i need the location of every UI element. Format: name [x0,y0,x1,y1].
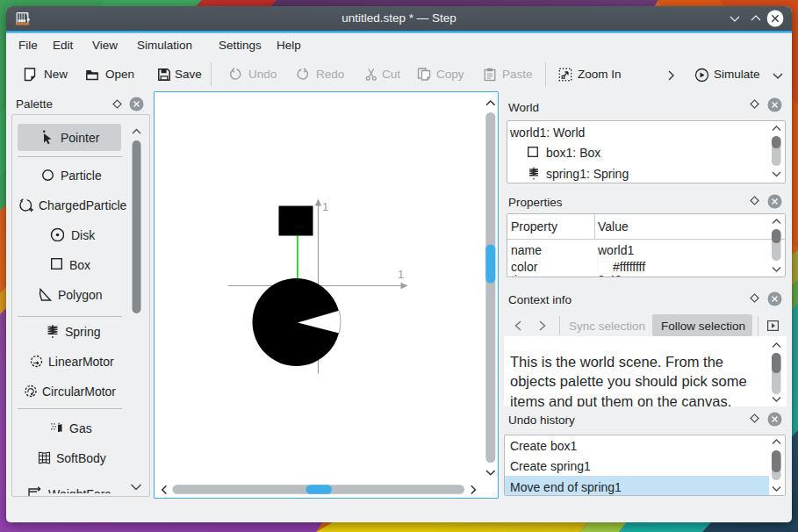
svg-text:1: 1 [322,200,328,213]
svg-text:1: 1 [398,268,404,281]
